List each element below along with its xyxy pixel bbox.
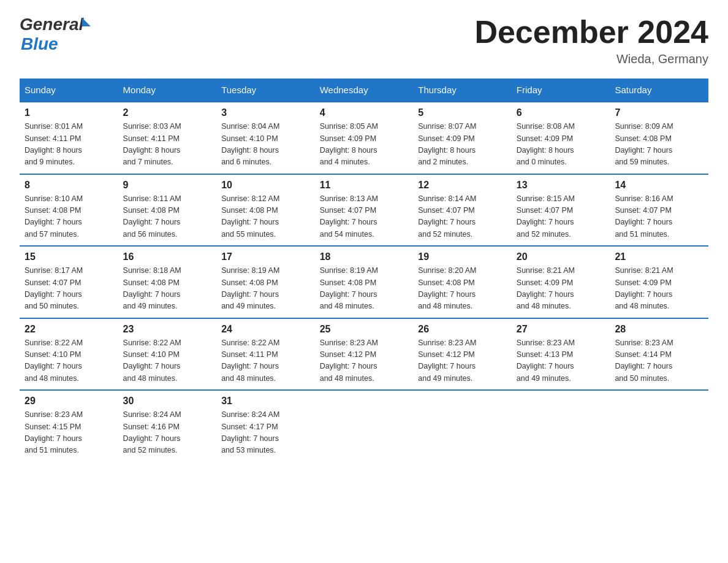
day-info: Sunrise: 8:18 AMSunset: 4:08 PMDaylight:…: [123, 266, 181, 310]
day-info: Sunrise: 8:24 AMSunset: 4:16 PMDaylight:…: [123, 410, 181, 454]
day-number: 11: [320, 180, 409, 191]
day-number: 3: [221, 107, 310, 118]
day-info: Sunrise: 8:23 AMSunset: 4:14 PMDaylight:…: [615, 339, 673, 383]
day-info: Sunrise: 8:21 AMSunset: 4:09 PMDaylight:…: [615, 266, 673, 310]
day-info: Sunrise: 8:19 AMSunset: 4:08 PMDaylight:…: [221, 266, 279, 310]
day-info: Sunrise: 8:13 AMSunset: 4:07 PMDaylight:…: [320, 194, 378, 239]
day-number: 15: [25, 251, 113, 262]
calendar-cell: 20 Sunrise: 8:21 AMSunset: 4:09 PMDaylig…: [512, 246, 610, 318]
header-thursday: Thursday: [413, 79, 512, 102]
calendar-cell: 21 Sunrise: 8:21 AMSunset: 4:09 PMDaylig…: [610, 246, 708, 318]
calendar-cell: 28 Sunrise: 8:23 AMSunset: 4:14 PMDaylig…: [610, 318, 708, 391]
page-header: General Blue December 2024 Wieda, German…: [20, 15, 708, 66]
header-wednesday: Wednesday: [315, 79, 414, 102]
calendar-cell: 17 Sunrise: 8:19 AMSunset: 4:08 PMDaylig…: [216, 246, 315, 318]
calendar-cell: 15 Sunrise: 8:17 AMSunset: 4:07 PMDaylig…: [20, 246, 118, 318]
day-info: Sunrise: 8:22 AMSunset: 4:11 PMDaylight:…: [221, 339, 279, 383]
day-number: 24: [221, 324, 310, 335]
calendar-cell: [610, 390, 708, 462]
calendar-cell: 25 Sunrise: 8:23 AMSunset: 4:12 PMDaylig…: [315, 318, 414, 391]
day-info: Sunrise: 8:01 AMSunset: 4:11 PMDaylight:…: [25, 122, 83, 166]
calendar-cell: 11 Sunrise: 8:13 AMSunset: 4:07 PMDaylig…: [315, 174, 414, 247]
calendar-cell: 1 Sunrise: 8:01 AMSunset: 4:11 PMDayligh…: [20, 102, 118, 174]
day-number: 31: [221, 396, 310, 407]
calendar-cell: 24 Sunrise: 8:22 AMSunset: 4:11 PMDaylig…: [216, 318, 315, 391]
day-number: 19: [418, 251, 507, 262]
calendar-cell: 5 Sunrise: 8:07 AMSunset: 4:09 PMDayligh…: [413, 102, 512, 174]
calendar-cell: 13 Sunrise: 8:15 AMSunset: 4:07 PMDaylig…: [512, 174, 610, 247]
day-info: Sunrise: 8:17 AMSunset: 4:07 PMDaylight:…: [25, 266, 83, 310]
day-number: 18: [320, 251, 409, 262]
day-info: Sunrise: 8:10 AMSunset: 4:08 PMDaylight:…: [25, 194, 83, 239]
day-info: Sunrise: 8:23 AMSunset: 4:13 PMDaylight:…: [517, 339, 575, 383]
day-number: 25: [320, 324, 409, 335]
day-info: Sunrise: 8:24 AMSunset: 4:17 PMDaylight:…: [221, 410, 279, 454]
title-block: December 2024 Wieda, Germany: [474, 15, 708, 66]
day-info: Sunrise: 8:22 AMSunset: 4:10 PMDaylight:…: [25, 339, 83, 383]
calendar-cell: [315, 390, 414, 462]
calendar-cell: 18 Sunrise: 8:19 AMSunset: 4:08 PMDaylig…: [315, 246, 414, 318]
calendar-cell: 6 Sunrise: 8:08 AMSunset: 4:09 PMDayligh…: [512, 102, 610, 174]
week-row-4: 22 Sunrise: 8:22 AMSunset: 4:10 PMDaylig…: [20, 318, 708, 391]
day-number: 21: [615, 251, 703, 262]
day-number: 27: [517, 324, 605, 335]
day-number: 2: [123, 107, 212, 118]
calendar-cell: [512, 390, 610, 462]
day-info: Sunrise: 8:12 AMSunset: 4:08 PMDaylight:…: [221, 194, 279, 239]
calendar-cell: 26 Sunrise: 8:23 AMSunset: 4:12 PMDaylig…: [413, 318, 512, 391]
header-tuesday: Tuesday: [216, 79, 315, 102]
calendar-cell: 7 Sunrise: 8:09 AMSunset: 4:08 PMDayligh…: [610, 102, 708, 174]
day-number: 28: [615, 324, 703, 335]
week-row-2: 8 Sunrise: 8:10 AMSunset: 4:08 PMDayligh…: [20, 174, 708, 247]
day-number: 9: [123, 180, 212, 191]
day-info: Sunrise: 8:19 AMSunset: 4:08 PMDaylight:…: [320, 266, 378, 310]
day-number: 29: [25, 396, 113, 407]
calendar-cell: 3 Sunrise: 8:04 AMSunset: 4:10 PMDayligh…: [216, 102, 315, 174]
day-number: 13: [517, 180, 605, 191]
week-row-1: 1 Sunrise: 8:01 AMSunset: 4:11 PMDayligh…: [20, 102, 708, 174]
week-row-5: 29 Sunrise: 8:23 AMSunset: 4:15 PMDaylig…: [20, 390, 708, 462]
day-info: Sunrise: 8:09 AMSunset: 4:08 PMDaylight:…: [615, 122, 673, 166]
day-info: Sunrise: 8:03 AMSunset: 4:11 PMDaylight:…: [123, 122, 181, 166]
day-number: 17: [221, 251, 310, 262]
day-number: 20: [517, 251, 605, 262]
day-info: Sunrise: 8:04 AMSunset: 4:10 PMDaylight:…: [221, 122, 279, 166]
day-number: 26: [418, 324, 507, 335]
calendar-cell: 8 Sunrise: 8:10 AMSunset: 4:08 PMDayligh…: [20, 174, 118, 247]
day-number: 8: [25, 180, 113, 191]
calendar-cell: 16 Sunrise: 8:18 AMSunset: 4:08 PMDaylig…: [118, 246, 217, 318]
calendar-cell: 14 Sunrise: 8:16 AMSunset: 4:07 PMDaylig…: [610, 174, 708, 247]
calendar-cell: 30 Sunrise: 8:24 AMSunset: 4:16 PMDaylig…: [118, 390, 217, 462]
calendar-cell: 27 Sunrise: 8:23 AMSunset: 4:13 PMDaylig…: [512, 318, 610, 391]
day-number: 16: [123, 251, 212, 262]
day-number: 12: [418, 180, 507, 191]
week-row-3: 15 Sunrise: 8:17 AMSunset: 4:07 PMDaylig…: [20, 246, 708, 318]
header-sunday: Sunday: [20, 79, 118, 102]
month-title: December 2024: [474, 15, 708, 50]
day-info: Sunrise: 8:23 AMSunset: 4:12 PMDaylight:…: [418, 339, 476, 383]
day-number: 10: [221, 180, 310, 191]
calendar-table: Sunday Monday Tuesday Wednesday Thursday…: [20, 79, 708, 462]
logo-blue-text: Blue: [21, 34, 91, 54]
calendar-cell: [413, 390, 512, 462]
header-monday: Monday: [118, 79, 217, 102]
calendar-cell: 10 Sunrise: 8:12 AMSunset: 4:08 PMDaylig…: [216, 174, 315, 247]
location-text: Wieda, Germany: [474, 52, 708, 66]
header-friday: Friday: [512, 79, 610, 102]
day-info: Sunrise: 8:23 AMSunset: 4:15 PMDaylight:…: [25, 410, 83, 454]
calendar-cell: 19 Sunrise: 8:20 AMSunset: 4:08 PMDaylig…: [413, 246, 512, 318]
day-info: Sunrise: 8:22 AMSunset: 4:10 PMDaylight:…: [123, 339, 181, 383]
calendar-cell: 12 Sunrise: 8:14 AMSunset: 4:07 PMDaylig…: [413, 174, 512, 247]
day-number: 5: [418, 107, 507, 118]
calendar-cell: 2 Sunrise: 8:03 AMSunset: 4:11 PMDayligh…: [118, 102, 217, 174]
day-info: Sunrise: 8:23 AMSunset: 4:12 PMDaylight:…: [320, 339, 378, 383]
day-info: Sunrise: 8:15 AMSunset: 4:07 PMDaylight:…: [517, 194, 575, 239]
day-number: 1: [25, 107, 113, 118]
day-info: Sunrise: 8:08 AMSunset: 4:09 PMDaylight:…: [517, 122, 575, 166]
calendar-cell: 29 Sunrise: 8:23 AMSunset: 4:15 PMDaylig…: [20, 390, 118, 462]
day-info: Sunrise: 8:11 AMSunset: 4:08 PMDaylight:…: [123, 194, 181, 239]
calendar-cell: 4 Sunrise: 8:05 AMSunset: 4:09 PMDayligh…: [315, 102, 414, 174]
day-info: Sunrise: 8:16 AMSunset: 4:07 PMDaylight:…: [615, 194, 673, 239]
day-info: Sunrise: 8:21 AMSunset: 4:09 PMDaylight:…: [517, 266, 575, 310]
day-info: Sunrise: 8:20 AMSunset: 4:08 PMDaylight:…: [418, 266, 476, 310]
